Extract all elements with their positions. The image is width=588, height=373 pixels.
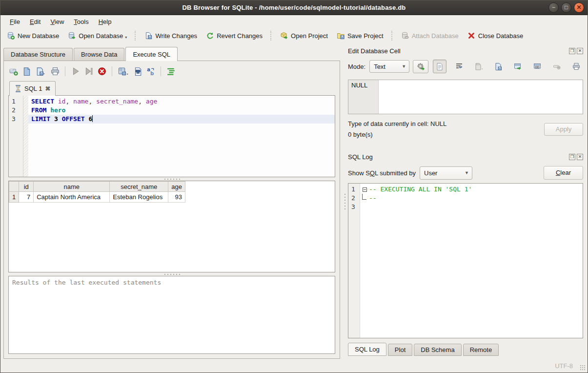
close-panel-icon[interactable]: ✕ <box>577 154 583 160</box>
write-changes-button[interactable]: Write Changes <box>140 30 202 41</box>
log-filter-select[interactable]: User ▼ <box>420 166 472 180</box>
format-sql-button[interactable] <box>167 67 176 76</box>
column-header-name[interactable]: name <box>34 182 110 192</box>
menu-help[interactable]: Help <box>94 17 116 27</box>
sql-toolbar-separator <box>161 66 162 76</box>
fold-collapse-icon[interactable] <box>360 185 369 194</box>
copy-link-button[interactable] <box>530 60 544 73</box>
mode-select-value: Text <box>374 63 385 70</box>
table-row[interactable]: 1 7 Captain North America Esteban Rogeli… <box>9 192 185 203</box>
sql-tab-label: SQL 1 <box>24 85 42 92</box>
column-header-age[interactable]: age <box>168 182 185 192</box>
sql-editor[interactable]: 1 2 3 SELECT id, name, secret_name, age … <box>8 95 335 177</box>
clear-log-button[interactable]: Clear <box>544 166 583 180</box>
resize-grip[interactable] <box>580 365 586 371</box>
menu-tools[interactable]: Tools <box>69 17 93 27</box>
execute-sql-button[interactable] <box>71 67 80 76</box>
attach-database-button[interactable]: Attach Database <box>397 30 463 41</box>
stop-sql-button[interactable] <box>98 67 106 76</box>
tab-remote[interactable]: Remote <box>463 344 499 356</box>
cell-secret-name[interactable]: Esteban Rogelios <box>110 192 168 203</box>
sql-log-title: SQL Log <box>348 153 568 161</box>
sql-tab-close-icon[interactable]: ✖ <box>45 85 50 92</box>
close-button[interactable]: ✕ <box>574 2 584 13</box>
results-grid[interactable]: id name secret_name age 1 7 Captain Nort… <box>8 181 335 272</box>
apply-button[interactable]: Apply <box>544 123 583 136</box>
sql-toolbar-separator <box>112 66 113 76</box>
row-number[interactable]: 1 <box>9 192 19 203</box>
set-null-button[interactable] <box>550 60 564 73</box>
minimize-button[interactable]: − <box>548 2 559 13</box>
menu-edit[interactable]: Edit <box>25 17 45 27</box>
menu-file[interactable]: File <box>5 17 24 27</box>
cell-value-content[interactable] <box>379 80 583 114</box>
new-database-button[interactable]: New Database <box>2 30 63 41</box>
close-database-button[interactable]: Close Database <box>463 30 528 41</box>
import-data-button[interactable] <box>472 60 486 73</box>
chevron-down-icon: ▼ <box>465 170 469 175</box>
float-panel-icon[interactable]: ❐ <box>569 154 575 160</box>
cell-age[interactable]: 93 <box>168 192 185 203</box>
hourglass-icon <box>15 85 21 92</box>
float-panel-icon[interactable]: ❐ <box>569 48 575 54</box>
sql-log-view[interactable]: 1 2 3 -- EXECUTING ALL IN 'SQL 1' -- <box>348 183 583 338</box>
dock-tab-bar: SQL Log Plot DB Schema Remote <box>348 343 583 356</box>
results-message-splitter[interactable] <box>8 272 335 276</box>
execute-current-line-button[interactable] <box>84 67 93 76</box>
export-data-button[interactable] <box>491 60 505 73</box>
replace-button[interactable]: ab <box>146 67 155 76</box>
mode-select[interactable]: Text ▼ <box>369 60 409 73</box>
new-sql-tab-button[interactable] <box>9 67 18 76</box>
sql-tab-bar: SQL 1 ✖ <box>8 80 335 95</box>
save-sql-file-button[interactable] <box>36 67 46 76</box>
column-header-id[interactable]: id <box>19 182 34 192</box>
print-cell-button[interactable] <box>569 60 583 73</box>
open-in-external-button[interactable] <box>511 60 525 73</box>
tab-sql-log[interactable]: SQL Log <box>348 343 386 356</box>
menu-view[interactable]: View <box>46 17 68 27</box>
auto-switch-mode-button[interactable] <box>413 60 428 73</box>
log-content: -- EXECUTING ALL IN 'SQL 1' -- <box>360 184 583 338</box>
editor-results-splitter[interactable] <box>8 177 335 181</box>
cell-editor-icons <box>433 60 583 73</box>
open-database-dropdown-icon[interactable]: ▾ <box>125 35 127 40</box>
log-line-numbers: 1 2 3 <box>348 184 360 338</box>
gear-arrow-icon <box>417 62 425 71</box>
tab-database-structure[interactable]: Database Structure <box>3 48 73 61</box>
word-wrap-button[interactable] <box>452 60 466 73</box>
cell-info: Type of data currently in cell: NULL 0 b… <box>348 120 583 145</box>
print-sql-button[interactable] <box>51 67 60 76</box>
close-panel-icon[interactable]: ✕ <box>577 48 583 54</box>
tab-browse-data[interactable]: Browse Data <box>74 48 124 61</box>
open-database-button[interactable]: Open Database ▾ <box>63 30 131 41</box>
mode-label: Mode: <box>348 63 365 70</box>
maximize-button[interactable]: □ <box>561 2 571 13</box>
corner-header[interactable] <box>9 182 19 192</box>
tab-plot[interactable]: Plot <box>388 344 412 356</box>
toolbar-separator <box>135 31 137 41</box>
attach-database-icon <box>401 32 409 40</box>
edit-cell-dock-header: Edit Database Cell ❐ ✕ <box>348 46 583 55</box>
revert-changes-button[interactable]: Revert Changes <box>202 30 267 41</box>
cell-value-editor[interactable]: NULL <box>348 80 583 114</box>
sql-1-tab[interactable]: SQL 1 ✖ <box>9 81 56 96</box>
window-title: DB Browser for SQLite - /home/user/code/… <box>0 4 588 11</box>
tab-execute-sql[interactable]: Execute SQL <box>125 47 178 61</box>
text-cursor <box>92 115 93 122</box>
cell-id[interactable]: 7 <box>19 192 34 203</box>
text-mode-button[interactable] <box>433 60 446 73</box>
open-project-button[interactable]: Open Project <box>276 30 332 41</box>
save-project-button[interactable]: Save Project <box>332 30 388 41</box>
encoding-indicator[interactable]: UTF-8 <box>555 362 573 370</box>
status-bar: UTF-8 <box>0 359 588 373</box>
cell-name[interactable]: Captain North America <box>34 192 110 203</box>
editor-code[interactable]: SELECT id, name, secret_name, age FROM h… <box>28 96 335 177</box>
open-database-icon <box>68 32 76 40</box>
tab-db-schema[interactable]: DB Schema <box>414 344 461 356</box>
find-button[interactable] <box>133 67 142 76</box>
log-filter-value: User <box>424 169 437 177</box>
vertical-splitter[interactable] <box>342 43 348 359</box>
open-sql-file-button[interactable] <box>22 67 31 76</box>
save-results-button[interactable] <box>118 67 129 76</box>
column-header-secret-name[interactable]: secret_name <box>110 182 168 192</box>
